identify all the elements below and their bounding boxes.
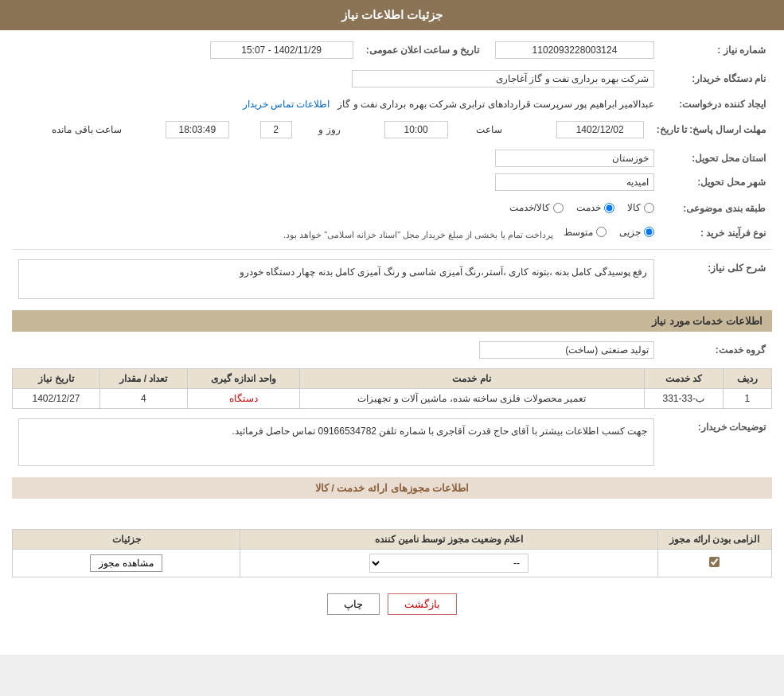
deadline-days-label: روز و bbox=[318, 124, 340, 135]
description-value: رفع پوسیدگی کامل بدنه ،بتونه کاری ،آستر،… bbox=[12, 256, 661, 302]
permit-col-required: الزامی بودن ارائه مجوز bbox=[657, 530, 771, 550]
col-code: کد خدمت bbox=[644, 369, 723, 389]
buyer-org-value: شرکت بهره برداری نفت و گاز آغاجاری bbox=[12, 67, 661, 91]
col-row: ردیف bbox=[723, 369, 771, 389]
service-group-value: تولید صنعتی (ساخت) bbox=[12, 338, 661, 362]
buyer-org-label: نام دستگاه خریدار: bbox=[661, 67, 772, 91]
info-table-category: طبقه بندی موضوعی: کالا خدمت bbox=[12, 199, 772, 219]
city-value: امیدیه bbox=[12, 170, 661, 194]
creator-contact-link[interactable]: اطلاعات تماس خریدار bbox=[243, 99, 330, 110]
col-date: تاریخ نیاز bbox=[13, 369, 100, 389]
deadline-days-cell: 2 bbox=[236, 118, 298, 142]
need-number-input: 1102093228003124 bbox=[495, 41, 654, 59]
creator-text: عبدالامیر ابراهیم پور سرپرست قراردادهای … bbox=[337, 99, 654, 110]
category-kala-label: کالا bbox=[627, 202, 641, 213]
info-table-service-group: گروه خدمت: تولید صنعتی (ساخت) bbox=[12, 338, 772, 362]
deadline-date: 1402/12/02 bbox=[556, 121, 644, 138]
permits-section-header: اطلاعات مجوزهای ارائه خدمت / کالا bbox=[12, 477, 772, 499]
deadline-time-cell: 10:00 bbox=[347, 118, 454, 142]
purchase-jozi-radio[interactable] bbox=[644, 227, 654, 237]
buyer-notes-label: توضیحات خریدار: bbox=[661, 415, 772, 469]
category-label: طبقه بندی موضوعی: bbox=[661, 199, 772, 219]
purchase-motavaset-item: متوسط bbox=[564, 227, 607, 238]
print-button[interactable]: چاپ bbox=[327, 593, 380, 615]
description-box: رفع پوسیدگی کامل بدنه ،بتونه کاری ،آستر،… bbox=[18, 259, 654, 299]
row-unit: دستگاه bbox=[187, 389, 299, 409]
row-date: 1402/12/27 bbox=[13, 389, 100, 409]
deadline-label: مهلت ارسال پاسخ: تا تاریخ: bbox=[650, 118, 772, 142]
deadline-days: 2 bbox=[260, 121, 292, 138]
info-table-creator: ایجاد کننده درخواست: عبدالامیر ابراهیم پ… bbox=[12, 95, 772, 113]
province-label: استان محل تحویل: bbox=[661, 146, 772, 170]
deadline-time-label: ساعت bbox=[476, 124, 502, 135]
service-group-label: گروه خدمت: bbox=[661, 338, 772, 362]
permit-status-cell: -- bbox=[240, 550, 658, 577]
permit-details-cell: مشاهده مجوز bbox=[13, 550, 240, 577]
category-kala-radio[interactable] bbox=[644, 203, 654, 213]
category-khedmat-item: خدمت bbox=[576, 202, 614, 213]
permit-row: -- مشاهده مجوز bbox=[13, 550, 772, 577]
permit-col-status: اعلام وضعیت مجوز توسط نامین کننده bbox=[240, 530, 658, 550]
table-row: 1 ب-33-331 تعمیر محصولات فلزی ساخته شده،… bbox=[13, 389, 772, 409]
view-permit-button[interactable]: مشاهده مجوز bbox=[90, 554, 162, 572]
permit-required-cell bbox=[657, 550, 771, 577]
category-khedmat-label: خدمت bbox=[576, 202, 601, 213]
category-kala-item: کالا bbox=[627, 202, 654, 213]
spacer bbox=[12, 505, 772, 529]
row-code: ب-33-331 bbox=[644, 389, 723, 409]
permit-status-select[interactable]: -- bbox=[369, 554, 529, 573]
category-kala-khedmat-label: کالا/خدمت bbox=[509, 202, 550, 213]
info-table-buyer-notes: توضیحات خریدار: جهت کسب اطلاعات بیشتر با… bbox=[12, 415, 772, 469]
purchase-type-radio-group: جزیی متوسط bbox=[564, 227, 654, 238]
main-content: شماره نیاز : 1102093228003124 تاریخ و سا… bbox=[0, 30, 784, 639]
category-khedmat-radio[interactable] bbox=[604, 203, 614, 213]
page-title: جزئیات اطلاعات نیاز bbox=[341, 8, 443, 21]
col-quantity: تعداد / مقدار bbox=[99, 369, 187, 389]
category-options: کالا خدمت کالا/خدمت bbox=[12, 199, 661, 219]
creator-value: عبدالامیر ابراهیم پور سرپرست قراردادهای … bbox=[12, 95, 661, 113]
buyer-notes-value: جهت کسب اطلاعات بیشتر با آقای حاج قدرت آ… bbox=[12, 415, 661, 469]
purchase-type-label: نوع فرآیند خرید : bbox=[661, 224, 772, 243]
divider-1 bbox=[12, 249, 772, 250]
city-input: امیدیه bbox=[495, 173, 654, 191]
purchase-motavaset-radio[interactable] bbox=[596, 227, 607, 237]
city-label: شهر محل تحویل: bbox=[661, 170, 772, 194]
page-wrapper: جزئیات اطلاعات نیاز شماره نیاز : 1102093… bbox=[0, 0, 784, 655]
permit-col-details: جزئیات bbox=[13, 530, 240, 550]
description-label: شرح کلی نیاز: bbox=[661, 256, 772, 302]
deadline-date-cell: 1402/12/02 bbox=[509, 118, 649, 142]
deadline-days-label-cell: روز و bbox=[298, 118, 347, 142]
back-button[interactable]: بازگشت bbox=[388, 593, 457, 615]
buyer-org-input: شرکت بهره برداری نفت و گاز آغاجاری bbox=[352, 70, 654, 87]
purchase-type-note: پرداخت تمام یا بخشی از مبلغ خریدار مجل "… bbox=[283, 229, 553, 239]
footer-buttons: بازگشت چاپ bbox=[12, 593, 772, 615]
info-table-purchase-type: نوع فرآیند خرید : جزیی متوسط پرداخ bbox=[12, 224, 772, 243]
info-table-buyer: نام دستگاه خریدار: شرکت بهره برداری نفت … bbox=[12, 67, 772, 91]
info-table-location: استان محل تحویل: خوزستان شهر محل تحویل: … bbox=[12, 146, 772, 194]
announcement-input: 1402/11/29 - 15:07 bbox=[210, 41, 353, 59]
announcement-value: 1402/11/29 - 15:07 bbox=[12, 38, 360, 62]
services-section-header: اطلاعات خدمات مورد نیاز bbox=[12, 310, 772, 332]
info-table-deadline: مهلت ارسال پاسخ: تا تاریخ: 1402/12/02 سا… bbox=[12, 118, 772, 142]
creator-label: ایجاد کننده درخواست: bbox=[661, 95, 772, 113]
info-table-description: شرح کلی نیاز: رفع پوسیدگی کامل بدنه ،بتو… bbox=[12, 256, 772, 302]
announcement-label: تاریخ و ساعت اعلان عمومی: bbox=[360, 38, 486, 62]
need-number-label: شماره نیاز : bbox=[661, 38, 772, 62]
deadline-remaining-cell: 18:03:49 bbox=[128, 118, 236, 142]
page-header: جزئیات اطلاعات نیاز bbox=[0, 0, 784, 30]
row-index: 1 bbox=[723, 389, 771, 409]
deadline-time-label-cell: ساعت bbox=[454, 118, 509, 142]
category-kala-khedmat-radio[interactable] bbox=[553, 203, 564, 213]
purchase-jozi-label: جزیی bbox=[619, 227, 641, 238]
category-radio-group: کالا خدمت کالا/خدمت bbox=[509, 202, 654, 213]
purchase-motavaset-label: متوسط bbox=[564, 227, 593, 238]
province-value: خوزستان bbox=[12, 146, 661, 170]
deadline-time: 10:00 bbox=[384, 121, 448, 138]
buyer-notes-box: جهت کسب اطلاعات بیشتر با آقای حاج قدرت آ… bbox=[18, 418, 654, 466]
purchase-jozi-item: جزیی bbox=[619, 227, 654, 238]
col-unit: واحد اندازه گیری bbox=[187, 369, 299, 389]
permit-required-checkbox[interactable] bbox=[709, 557, 720, 567]
permits-table: الزامی بودن ارائه مجوز اعلام وضعیت مجوز … bbox=[12, 529, 772, 577]
info-table-top: شماره نیاز : 1102093228003124 تاریخ و سا… bbox=[12, 38, 772, 62]
service-group-input: تولید صنعتی (ساخت) bbox=[479, 341, 654, 359]
